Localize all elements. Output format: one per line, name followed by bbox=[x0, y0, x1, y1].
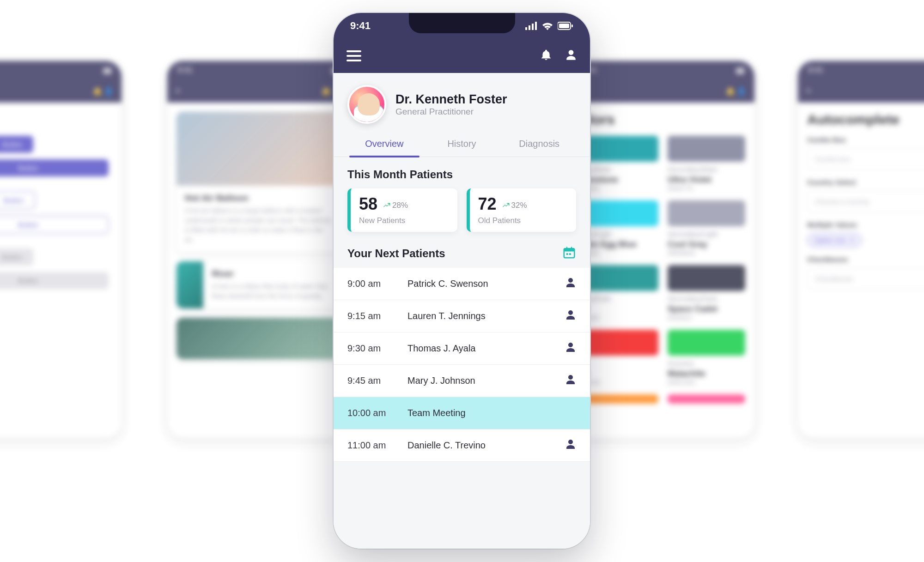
appointment-row[interactable]: 9:00 am Patrick C. Swenson bbox=[334, 268, 590, 300]
svg-rect-8 bbox=[564, 248, 575, 251]
svg-rect-2 bbox=[532, 24, 534, 30]
stat-value: 58 bbox=[359, 196, 377, 212]
svg-rect-1 bbox=[529, 25, 530, 30]
doctor-role: General Practitioner bbox=[395, 107, 507, 117]
appointment-row[interactable]: 9:15 am Lauren T. Jennings bbox=[334, 300, 590, 332]
svg-rect-10 bbox=[571, 247, 572, 250]
bg-phone-colors: 9:41▮▮ ≡🔔 👤 olors nary/Main oonstone FA3… bbox=[571, 60, 755, 439]
appointment-row[interactable]: 9:30 am Thomas J. Ayala bbox=[334, 332, 590, 365]
swatch bbox=[581, 136, 658, 162]
svg-rect-3 bbox=[535, 22, 537, 30]
appointment-name: Patrick C. Swenson bbox=[407, 278, 565, 289]
person-icon bbox=[565, 309, 576, 323]
person-icon bbox=[565, 439, 576, 452]
svg-rect-12 bbox=[569, 253, 571, 255]
appointment-row[interactable]: 10:00 am Team Meeting bbox=[334, 397, 590, 429]
status-time: 9:41 bbox=[350, 20, 371, 32]
doctor-profile: Dr. Kenneth Foster General Practitioner bbox=[334, 73, 590, 132]
appointment-time: 9:00 am bbox=[347, 278, 407, 289]
appointment-time: 10:00 am bbox=[347, 408, 407, 418]
menu-icon[interactable] bbox=[346, 50, 361, 61]
stat-card-old[interactable]: 72 32% Old Patients bbox=[467, 188, 577, 232]
appointment-time: 9:45 am bbox=[347, 375, 407, 386]
appointment-time: 11:00 am bbox=[347, 440, 407, 451]
avatar[interactable] bbox=[347, 85, 386, 124]
appointment-time: 9:15 am bbox=[347, 311, 407, 321]
calendar-icon[interactable] bbox=[562, 246, 576, 261]
person-icon bbox=[565, 342, 576, 355]
bell-icon[interactable] bbox=[540, 49, 552, 63]
center-phone: 9:41 Dr. Kenneth Foster General Practiti… bbox=[334, 13, 590, 549]
status-indicators bbox=[525, 22, 573, 30]
next-patients-title: Your Next Patients bbox=[347, 247, 445, 260]
doctor-name: Dr. Kenneth Foster bbox=[395, 92, 507, 107]
stat-card-new[interactable]: 58 28% New Patients bbox=[347, 188, 457, 232]
signal-icon bbox=[525, 22, 537, 30]
device-notch bbox=[409, 13, 515, 33]
app-header bbox=[334, 39, 590, 73]
stat-delta: 32% bbox=[502, 201, 527, 212]
tab-history[interactable]: History bbox=[423, 132, 501, 157]
bg-phone-autocomplete: 9:41▮▮ ≡🔔 👤 Autocomplete Combo Box Combo… bbox=[797, 60, 924, 439]
stat-label: New Patients bbox=[359, 216, 449, 225]
appointment-name: Danielle C. Trevino bbox=[407, 440, 565, 451]
trend-up-icon bbox=[383, 202, 390, 209]
svg-rect-9 bbox=[566, 247, 568, 250]
tab-overview[interactable]: Overview bbox=[346, 132, 423, 157]
svg-rect-6 bbox=[571, 24, 573, 27]
bg-phone-cards: 9:41▮▮ ≡🔔 👤 Hot Air Balloon A hot-air ba… bbox=[166, 60, 351, 439]
profile-icon[interactable] bbox=[565, 49, 577, 63]
svg-rect-0 bbox=[525, 27, 527, 30]
tab-diagnosis[interactable]: Diagnosis bbox=[500, 132, 578, 157]
svg-rect-11 bbox=[566, 253, 568, 255]
stat-value: 72 bbox=[478, 196, 497, 212]
person-icon bbox=[565, 277, 576, 290]
appointment-name: Lauren T. Jennings bbox=[407, 311, 565, 321]
person-icon bbox=[565, 374, 576, 387]
appointment-time: 9:30 am bbox=[347, 343, 407, 354]
appointment-name: Mary J. Johnson bbox=[407, 375, 565, 386]
appointment-name: Thomas J. Ayala bbox=[407, 343, 565, 354]
next-patients-header: Your Next Patients bbox=[334, 232, 590, 268]
stat-cards: 58 28% New Patients 72 32% Old Patients bbox=[334, 188, 590, 232]
wifi-icon bbox=[542, 22, 553, 30]
battery-icon bbox=[558, 22, 573, 30]
bg-phone-buttons: 9:41▮▮ ≡🔔 👤 ns utton Button Button utton… bbox=[0, 60, 122, 439]
this-month-title: This Month Patients bbox=[334, 157, 590, 188]
stat-label: Old Patients bbox=[478, 216, 568, 225]
appointment-row[interactable]: 9:45 am Mary J. Johnson bbox=[334, 365, 590, 397]
app-content: Dr. Kenneth Foster General Practitioner … bbox=[334, 73, 590, 549]
stat-delta: 28% bbox=[383, 201, 408, 212]
appointment-list: 9:00 am Patrick C. Swenson 9:15 am Laure… bbox=[334, 268, 590, 462]
trend-up-icon bbox=[502, 202, 510, 209]
tabs: Overview History Diagnosis bbox=[334, 132, 590, 157]
appointment-name: Team Meeting bbox=[407, 408, 576, 418]
svg-rect-5 bbox=[559, 24, 569, 28]
appointment-row[interactable]: 11:00 am Danielle C. Trevino bbox=[334, 429, 590, 462]
